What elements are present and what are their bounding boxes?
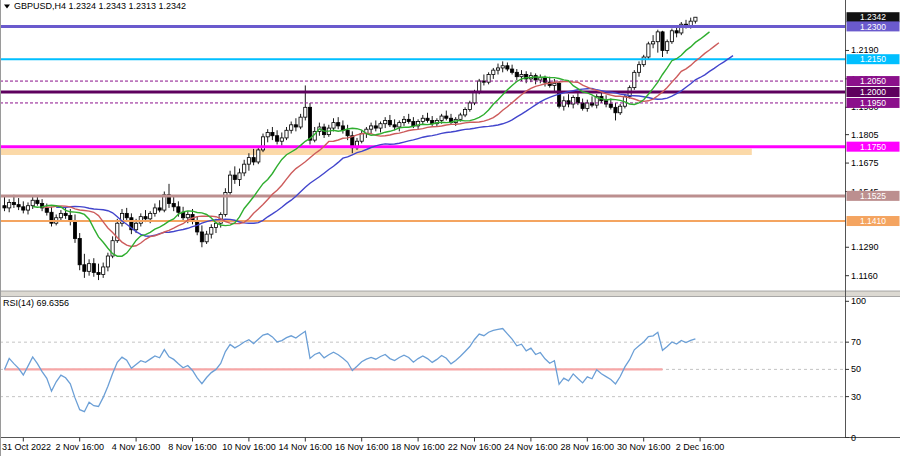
- candle-body: [59, 213, 62, 217]
- symbol-dropdown-icon: [4, 5, 10, 9]
- candle-body: [393, 125, 396, 127]
- rsi-tick-label: 100: [851, 296, 866, 306]
- candle-body: [633, 72, 636, 87]
- candle-body: [440, 116, 443, 120]
- candle-body: [473, 92, 476, 103]
- candle-body: [384, 120, 387, 123]
- candle-body: [567, 101, 570, 104]
- time-tick-label: 28 Nov 16:00: [561, 442, 615, 452]
- candle-body: [64, 213, 67, 215]
- candle-body: [88, 264, 91, 272]
- candle-body: [426, 118, 429, 120]
- candle-body: [652, 42, 655, 44]
- candle-body: [149, 213, 152, 218]
- candle-body: [17, 205, 20, 207]
- candle-body: [492, 70, 495, 74]
- candle-body: [402, 119, 405, 122]
- candle-body: [478, 81, 481, 92]
- price-badge-label: 1.1410: [860, 216, 886, 226]
- rsi-tick-label: 30: [851, 392, 861, 402]
- candle-body: [92, 264, 95, 273]
- candle-body: [73, 221, 76, 238]
- candle-body: [243, 164, 246, 173]
- rsi-tick-label: 0: [851, 433, 856, 443]
- candle-body: [247, 158, 250, 165]
- candle-body: [158, 208, 161, 210]
- candle-body: [501, 66, 504, 68]
- candle-body: [656, 32, 659, 42]
- trading-chart[interactable]: 1.21901.20601.19301.18051.16751.15451.12…: [0, 0, 900, 456]
- candle-body: [26, 206, 29, 210]
- candle-body: [238, 173, 241, 180]
- candle-body: [31, 200, 34, 205]
- candle-body: [271, 132, 274, 135]
- price-badge-label: 1.2300: [860, 22, 886, 32]
- candle-body: [285, 130, 288, 138]
- candle-body: [135, 223, 138, 230]
- time-tick-label: 10 Nov 16:00: [222, 442, 276, 452]
- candle-body: [398, 123, 401, 127]
- pane-splitter[interactable]: [0, 291, 900, 297]
- candle-body: [196, 221, 199, 232]
- candle-body: [280, 138, 283, 141]
- candle-body: [252, 158, 255, 162]
- candle-body: [581, 103, 584, 108]
- candle-body: [266, 132, 269, 136]
- candle-body: [407, 119, 410, 121]
- rsi-pane[interactable]: [0, 329, 845, 412]
- candle-body: [172, 204, 175, 207]
- candle-body: [562, 101, 565, 106]
- candle-body: [36, 200, 39, 203]
- candle-body: [229, 175, 232, 192]
- price-tick-label: 1.1160: [851, 271, 878, 281]
- candle-body: [83, 265, 86, 272]
- candle-body: [637, 65, 640, 73]
- candle-body: [586, 103, 589, 108]
- candle-body: [421, 118, 424, 121]
- candle-body: [609, 104, 612, 107]
- candle-body: [379, 124, 382, 128]
- candle-body: [177, 207, 180, 212]
- time-tick-label: 8 Nov 16:00: [168, 442, 217, 452]
- chart-window: 1.21901.20601.19301.18051.16751.15451.12…: [0, 0, 900, 456]
- candle-body: [445, 116, 448, 118]
- time-tick-label: 14 Nov 16:00: [279, 442, 333, 452]
- candle-body: [539, 78, 542, 80]
- price-badge-label: 1.2000: [860, 87, 886, 97]
- chart-title: GBPUSD,H4 1.2324 1.2343 1.2313 1.2342: [14, 1, 186, 11]
- candle-body: [139, 217, 142, 224]
- candle-body: [332, 123, 335, 128]
- candle-body: [257, 150, 260, 162]
- candle-body: [346, 130, 349, 135]
- time-tick-label: 30 Nov 16:00: [617, 442, 671, 452]
- candle-body: [102, 267, 105, 275]
- candle-body: [8, 202, 11, 207]
- candle-body: [661, 32, 664, 51]
- main-price-pane[interactable]: [0, 17, 845, 280]
- price-tick-label: 1.1805: [851, 130, 879, 140]
- candle-body: [511, 69, 514, 72]
- time-tick-label: 4 Nov 16:00: [112, 442, 161, 452]
- candle-body: [299, 117, 302, 127]
- candle-body: [675, 31, 678, 33]
- time-tick-label: 22 Nov 16:00: [448, 442, 502, 452]
- candle-body: [337, 123, 340, 126]
- candle-body: [374, 126, 377, 128]
- time-axis[interactable]: 31 Oct 20222 Nov 16:004 Nov 16:008 Nov 1…: [2, 438, 724, 453]
- candle-body: [619, 106, 622, 113]
- price-tick-label: 1.1290: [851, 242, 879, 252]
- candle-body: [642, 57, 645, 65]
- time-tick-label: 2 Nov 16:00: [55, 442, 104, 452]
- candle-body: [666, 42, 669, 51]
- candle-body: [304, 107, 307, 117]
- candle-body: [290, 125, 293, 130]
- rsi-axis: 1007050300: [845, 296, 866, 442]
- candle-body: [294, 125, 297, 127]
- candle-body: [276, 136, 279, 141]
- candle-body: [670, 31, 673, 42]
- price-badge-label: 1.1750: [860, 142, 886, 152]
- price-badge-label: 1.2050: [860, 76, 886, 86]
- price-zone-band[interactable]: [0, 149, 752, 155]
- candle-body: [78, 239, 81, 265]
- time-tick-label: 2 Dec 16:00: [676, 442, 725, 452]
